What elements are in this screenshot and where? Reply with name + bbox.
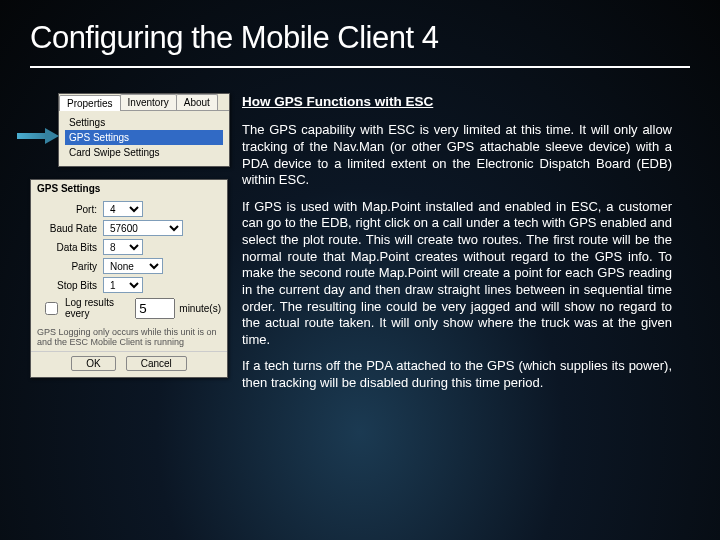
log-label: Log results every <box>65 297 131 319</box>
list-item-settings[interactable]: Settings <box>65 115 223 130</box>
parity-label: Parity <box>37 261 103 272</box>
log-checkbox[interactable] <box>45 302 58 315</box>
ok-button[interactable]: OK <box>71 356 115 371</box>
left-column: Properties Inventory About Settings GPS … <box>30 93 228 402</box>
arrow-icon <box>17 128 61 144</box>
stopbits-select[interactable]: 1 <box>103 277 143 293</box>
tab-inventory[interactable]: Inventory <box>120 94 177 110</box>
properties-list: Settings GPS Settings Card Swipe Setting… <box>59 111 229 166</box>
row-stopbits: Stop Bits 1 <box>37 277 221 293</box>
parity-select[interactable]: None <box>103 258 163 274</box>
row-port: Port: 4 <box>37 201 221 217</box>
row-databits: Data Bits 8 <box>37 239 221 255</box>
port-select[interactable]: 4 <box>103 201 143 217</box>
paragraph-2: If GPS is used with Map.Point installed … <box>242 199 672 349</box>
list-item-card-swipe[interactable]: Card Swipe Settings <box>65 145 223 160</box>
gps-note: GPS Logging only occurs while this unit … <box>31 327 227 351</box>
databits-label: Data Bits <box>37 242 103 253</box>
button-row: OK Cancel <box>31 351 227 377</box>
tab-about[interactable]: About <box>176 94 218 110</box>
baud-select[interactable]: 57600 <box>103 220 183 236</box>
baud-label: Baud Rate <box>37 223 103 234</box>
list-item-gps-settings[interactable]: GPS Settings <box>65 130 223 145</box>
gps-settings-title: GPS Settings <box>31 180 227 194</box>
port-label: Port: <box>37 204 103 215</box>
title-underline <box>30 66 690 68</box>
cancel-button[interactable]: Cancel <box>126 356 187 371</box>
properties-panel: Properties Inventory About Settings GPS … <box>58 93 230 167</box>
log-value-input[interactable] <box>135 298 175 319</box>
row-log: Log results every minute(s) <box>41 297 221 319</box>
paragraph-3: If a tech turns off the PDA attached to … <box>242 358 672 391</box>
row-parity: Parity None <box>37 258 221 274</box>
tab-properties[interactable]: Properties <box>59 95 121 111</box>
right-column: How GPS Functions with ESC The GPS capab… <box>242 93 672 402</box>
databits-select[interactable]: 8 <box>103 239 143 255</box>
slide: Configuring the Mobile Client 4 Properti… <box>0 0 720 540</box>
gps-settings-panel: GPS Settings Port: 4 Baud Rate 57600 Dat… <box>30 179 228 378</box>
paragraph-1: The GPS capability with ESC is very limi… <box>242 122 672 189</box>
content-row: Properties Inventory About Settings GPS … <box>30 93 690 402</box>
log-unit: minute(s) <box>179 303 221 314</box>
stopbits-label: Stop Bits <box>37 280 103 291</box>
gps-settings-body: Port: 4 Baud Rate 57600 Data Bits 8 Pari… <box>31 194 227 327</box>
row-baud: Baud Rate 57600 <box>37 220 221 236</box>
section-heading: How GPS Functions with ESC <box>242 93 672 110</box>
tab-strip: Properties Inventory About <box>59 94 229 111</box>
page-title: Configuring the Mobile Client 4 <box>30 20 690 56</box>
